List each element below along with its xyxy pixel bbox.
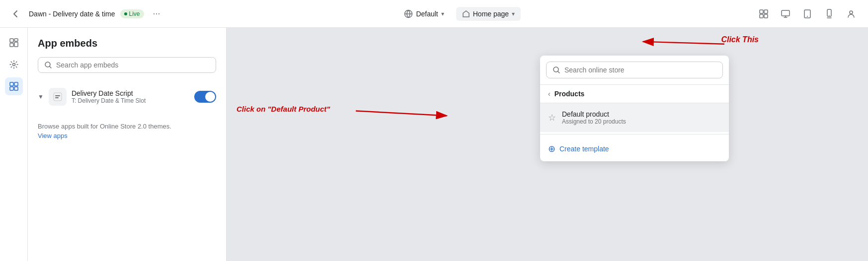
svg-point-10 <box>850 11 853 14</box>
svg-rect-13 <box>10 43 13 47</box>
svg-rect-17 <box>14 82 18 86</box>
annotation-default-product: Click on "Default Product" <box>237 105 330 113</box>
app-embed-name: Delivery Date Script <box>72 89 189 97</box>
search-app-embeds-input[interactable] <box>56 61 210 69</box>
create-template-label: Create template <box>559 145 609 153</box>
canvas-area: Click This Click on "Default Product" <box>227 28 868 261</box>
dropdown-item-name: Default product <box>562 110 721 118</box>
selector-icon <box>759 9 769 19</box>
app-embed-subtitle: T: Delivery Date & Time Slot <box>72 97 189 104</box>
dropdown-create-template[interactable]: ⊕ Create template <box>540 136 729 161</box>
app-embed-info: Delivery Date Script T: Delivery Date & … <box>72 89 189 104</box>
default-theme-button[interactable]: Default ▾ <box>398 6 450 21</box>
svg-rect-16 <box>10 82 13 86</box>
home-icon <box>462 10 470 18</box>
dropdown-search-area <box>540 56 729 85</box>
svg-point-15 <box>12 64 15 66</box>
desktop-icon <box>781 9 790 19</box>
search-icon <box>44 61 52 69</box>
svg-rect-11 <box>10 39 13 42</box>
svg-rect-3 <box>760 14 763 18</box>
home-page-label: Home page <box>473 10 509 18</box>
svg-rect-23 <box>55 97 59 98</box>
left-panel: App embeds ▼ Delivery Date Script T: Del… <box>28 28 227 261</box>
dropdown-divider <box>540 134 729 134</box>
svg-rect-18 <box>10 87 13 90</box>
home-page-chevron-icon: ▾ <box>512 10 515 17</box>
sidebar-icon-apps[interactable] <box>5 77 23 95</box>
svg-rect-12 <box>14 39 18 41</box>
create-template-icon: ⊕ <box>548 143 555 154</box>
svg-point-9 <box>829 15 829 15</box>
person-icon-button[interactable] <box>842 5 860 23</box>
dropdown-search-icon <box>552 66 560 74</box>
svg-rect-5 <box>782 10 789 16</box>
person-icon <box>846 9 856 19</box>
dropdown-panel: ‹ Products ☆ Default product Assigned to… <box>540 56 729 161</box>
desktop-icon-button[interactable] <box>777 5 794 23</box>
dropdown-search-input[interactable] <box>564 66 716 74</box>
more-menu-button[interactable]: ··· <box>149 6 164 21</box>
live-badge: Live <box>120 9 144 18</box>
default-chevron-icon: ▾ <box>441 10 444 17</box>
topbar-center: Default ▾ Home page ▾ <box>164 6 755 21</box>
search-app-embeds-box[interactable] <box>38 57 216 73</box>
back-button[interactable] <box>8 6 24 22</box>
star-icon: ☆ <box>548 112 556 123</box>
mobile-icon <box>824 9 834 19</box>
sidebar-icon-dashboard[interactable] <box>5 34 23 52</box>
side-icons-bar <box>0 28 28 261</box>
globe-icon <box>404 9 413 18</box>
dropdown-item-info: Default product Assigned to 20 products <box>562 110 721 125</box>
app-embed-icon <box>49 88 67 106</box>
sidebar-icon-settings[interactable] <box>5 56 23 73</box>
app-title: Dawn - Delivery date & time <box>29 10 115 18</box>
expand-chevron-icon[interactable]: ▼ <box>38 93 44 100</box>
svg-rect-22 <box>55 95 60 96</box>
topbar-left: Dawn - Delivery date & time Live ··· <box>8 6 164 22</box>
dropdown-item-sub: Assigned to 20 products <box>562 118 721 125</box>
dropdown-section-title: Products <box>554 90 585 98</box>
dropdown-item-default-product[interactable]: ☆ Default product Assigned to 20 product… <box>540 103 729 132</box>
dropdown-back-icon[interactable]: ‹ <box>548 90 551 98</box>
topbar-right <box>755 5 860 23</box>
annotation-click-this: Click This <box>721 35 759 44</box>
svg-rect-1 <box>760 10 763 13</box>
main-layout: App embeds ▼ Delivery Date Script T: Del… <box>0 28 868 261</box>
svg-point-7 <box>807 16 808 17</box>
dropdown-search-box[interactable] <box>546 62 723 78</box>
svg-rect-2 <box>764 10 768 13</box>
app-embed-toggle[interactable] <box>194 91 216 103</box>
browse-text: Browse apps built for Online Store 2.0 t… <box>38 123 216 130</box>
live-dot <box>124 12 127 15</box>
panel-title: App embeds <box>38 38 216 49</box>
mobile-icon-button[interactable] <box>820 5 838 23</box>
tablet-icon <box>802 9 812 19</box>
view-apps-link[interactable]: View apps <box>38 132 216 139</box>
selector-icon-button[interactable] <box>755 5 773 23</box>
svg-rect-21 <box>54 93 62 101</box>
svg-rect-19 <box>14 87 18 90</box>
svg-rect-14 <box>14 42 18 47</box>
dropdown-nav: ‹ Products <box>540 85 729 103</box>
live-label: Live <box>129 10 140 17</box>
tablet-icon-button[interactable] <box>798 5 816 23</box>
app-embed-item: ▼ Delivery Date Script T: Delivery Date … <box>38 83 216 111</box>
topbar: Dawn - Delivery date & time Live ··· Def… <box>0 0 868 28</box>
home-page-button[interactable]: Home page ▾ <box>456 7 521 21</box>
svg-rect-4 <box>764 14 768 18</box>
default-label: Default <box>416 10 438 18</box>
